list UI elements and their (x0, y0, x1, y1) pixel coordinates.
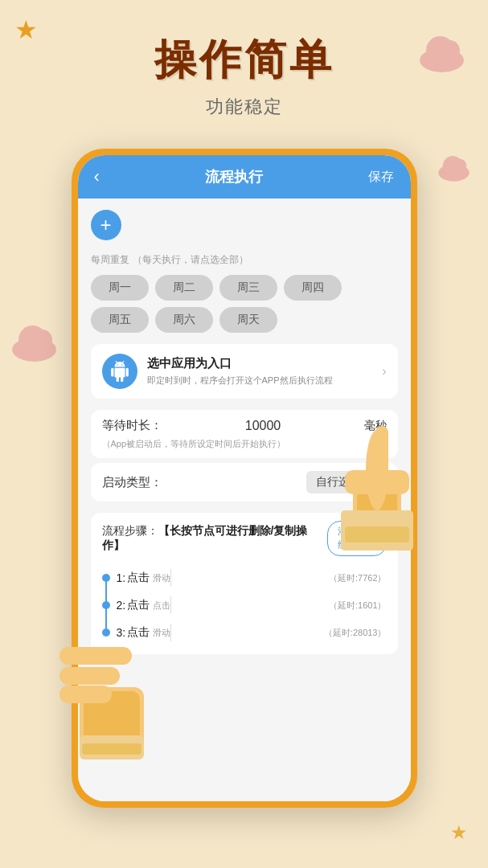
add-button[interactable]: + (91, 210, 121, 240)
entry-text: 选中应用为入口 即定时到时，程序会打开这个APP然后执行流程 (147, 356, 333, 387)
step-1-action: 点击 (127, 571, 150, 585)
app-header: ‹ 流程执行 保存 (78, 155, 411, 199)
hand-right-decoration (329, 422, 425, 551)
step-3-delay: （延时:28013） (324, 627, 387, 639)
day-monday[interactable]: 周一 (91, 275, 149, 301)
svg-rect-10 (59, 667, 120, 685)
phone-mockup: ‹ 流程执行 保存 + 每周重复 （每天执行，请点选全部） 周一 周二 周 (72, 149, 417, 808)
header-section: 操作简单 功能稳定 (0, 0, 488, 119)
entry-title: 选中应用为入口 (147, 356, 333, 371)
wait-label: 等待时长： (102, 418, 162, 433)
step-2-action: 点击 (127, 598, 150, 612)
cloud-decoration-mr (432, 161, 476, 185)
day-tuesday[interactable]: 周二 (155, 275, 213, 301)
step-item-2: 2: 点击 点击 （延时:1601） (102, 592, 387, 619)
back-button[interactable]: ‹ (94, 166, 100, 187)
day-grid: 周一 周二 周三 周四 周五 周六 周天 (91, 275, 398, 333)
start-type-label: 启动类型： (102, 475, 162, 490)
day-thursday[interactable]: 周四 (284, 275, 342, 301)
svg-rect-4 (375, 426, 388, 474)
steps-title: 流程步骤：【长按节点可进行删除/复制操作】 (102, 524, 328, 553)
entry-description: 即定时到时，程序会打开这个APP然后执行流程 (147, 375, 333, 387)
app-entry-card[interactable]: 选中应用为入口 即定时到时，程序会打开这个APP然后执行流程 › (91, 344, 398, 399)
star-decoration-br: ★ (450, 821, 468, 844)
step-1-sub: 滑动 (153, 572, 170, 584)
day-saturday[interactable]: 周六 (155, 307, 213, 333)
svg-rect-6 (345, 526, 409, 542)
step-item-1: 1: 点击 滑动 （延时:7762） (102, 564, 387, 592)
weekly-repeat-label: 每周重复 （每天执行，请点选全部） (91, 252, 398, 267)
step-1-index: 1: (117, 571, 126, 584)
sub-title: 功能稳定 (0, 95, 488, 119)
step-2-delay: （延时:1601） (329, 600, 387, 612)
cloud-decoration-ml (12, 338, 56, 362)
svg-rect-11 (59, 686, 112, 703)
step-2-sub: 点击 (153, 600, 170, 612)
svg-rect-9 (59, 647, 132, 665)
day-friday[interactable]: 周五 (91, 307, 149, 333)
step-2-index: 2: (117, 599, 126, 612)
android-icon (102, 354, 137, 389)
save-button[interactable]: 保存 (368, 169, 394, 186)
plus-icon: + (100, 214, 111, 236)
hand-left-decoration (59, 631, 164, 760)
day-wednesday[interactable]: 周三 (219, 275, 277, 301)
entry-arrow-icon: › (382, 364, 386, 379)
app-title: 流程执行 (205, 167, 263, 186)
step-1-delay: （延时:7762） (329, 572, 387, 584)
svg-rect-13 (82, 743, 141, 755)
main-title: 操作简单 (0, 32, 488, 88)
svg-rect-3 (345, 470, 409, 494)
day-sunday[interactable]: 周天 (219, 307, 277, 333)
wait-value[interactable]: 10000 (245, 419, 281, 433)
